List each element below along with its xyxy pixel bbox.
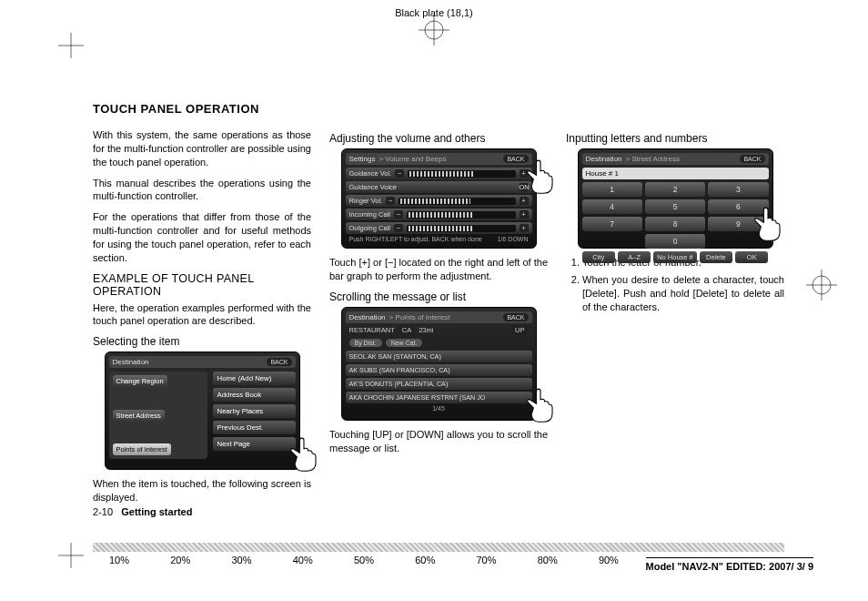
back-button[interactable]: BACK (740, 155, 764, 163)
pager: 1/45 (346, 405, 532, 412)
shot-title: Destination (349, 313, 386, 321)
row-label: Incoming Call (349, 210, 390, 219)
plus-button[interactable]: + (520, 224, 529, 232)
ruler-tick: 50% (354, 555, 374, 565)
list-item[interactable]: AK SUBS (SAN FRANCISCO, CA) (346, 364, 532, 376)
back-button[interactable]: BACK (503, 313, 528, 321)
street-address-button[interactable]: Street Address (113, 410, 165, 422)
ruler-tick: 80% (538, 555, 558, 565)
list-item[interactable]: AK'S DONUTS (PLACENTIA, CA) (346, 378, 532, 390)
minus-button[interactable]: − (394, 224, 403, 232)
shot-title: Destination (113, 358, 149, 366)
input-field[interactable]: House # 1 (582, 168, 769, 179)
paragraph: With this system, the same operations as… (93, 128, 311, 169)
column-1: With this system, the same operations as… (93, 128, 311, 512)
registration-mark (806, 270, 837, 300)
model-edit-footer: Model "NAV2-N" EDITED: 2007/ 3/ 9 (646, 557, 813, 572)
heading-scrolling: Scrolling the message or list (329, 290, 548, 303)
plus-button[interactable]: + (520, 197, 529, 205)
shot-title: Destination (586, 155, 622, 163)
key-8[interactable]: 8 (645, 217, 705, 231)
no-house-button[interactable]: No House # (653, 251, 696, 263)
crop-mark (58, 543, 84, 568)
list-item[interactable]: SEOL AK SAN (STANTON, CA) (346, 351, 532, 362)
heading-adjusting: Adjusting the volume and others (329, 132, 548, 145)
breadcrumb: > Volume and Beeps (378, 155, 446, 163)
paragraph: Touching [UP] or [DOWN] allows you to sc… (329, 428, 548, 455)
minus-button[interactable]: − (386, 197, 395, 205)
instruction-list: Touch the letter or number. When you des… (582, 256, 784, 313)
list-item[interactable]: AKA CHOCHIN JAPANESE RSTRNT (SAN JO (346, 392, 532, 403)
back-button[interactable]: BACK (267, 358, 291, 366)
plus-button[interactable]: + (520, 210, 529, 219)
menu-item[interactable]: Next Page (213, 437, 296, 451)
key-4[interactable]: 4 (582, 199, 642, 214)
pager: 1/6 DOWN (498, 236, 529, 242)
back-button[interactable]: BACK (503, 155, 528, 163)
hint-text: Push RIGHT/LEFT to adjust. BACK when don… (349, 236, 482, 242)
menu-item[interactable]: Previous Dest. (213, 421, 296, 434)
registration-mark (419, 15, 449, 46)
row-label: Guidance Voice (349, 183, 398, 191)
key-7[interactable]: 7 (582, 217, 642, 231)
up-button[interactable]: UP (511, 325, 528, 335)
toggle-on[interactable]: ON (520, 183, 529, 191)
column-2: Adjusting the volume and others Settings… (329, 128, 548, 512)
breadcrumb: > Street Address (626, 155, 680, 163)
paragraph: When the item is touched, the following … (93, 477, 311, 504)
section-title: TOUCH PANEL OPERATION (93, 102, 784, 116)
key-1[interactable]: 1 (582, 182, 642, 197)
minus-button[interactable]: − (394, 210, 403, 219)
key-0[interactable]: 0 (645, 234, 705, 249)
ruler-tick: 30% (231, 555, 251, 565)
screenshot-keypad: Destination > Street Address BACK House … (578, 148, 773, 249)
ruler-tick: 60% (415, 555, 435, 565)
poi-button[interactable]: Points of Interest (113, 443, 171, 455)
screenshot-destination-menu: Destination BACK Change Region Street Ad… (105, 351, 300, 470)
sort-button[interactable]: By Dist. (349, 339, 382, 347)
screenshot-poi-list: Destination > Points of Interest BACK RE… (341, 307, 537, 421)
city-button[interactable]: City (582, 251, 615, 263)
heading-example: EXAMPLE OF TOUCH PANEL OPERATION (93, 272, 311, 298)
key-2[interactable]: 2 (645, 182, 705, 197)
ruler-tick: 70% (476, 555, 496, 565)
paragraph: Here, the operation examples performed w… (93, 301, 311, 329)
paragraph: This manual describes the operations usi… (93, 177, 311, 204)
screenshot-volume-beeps: Settings > Volume and Beeps BACK Guidanc… (341, 148, 537, 249)
page-footer: 2-10 Getting started (93, 506, 192, 517)
menu-item[interactable]: Home (Add New) (213, 372, 296, 385)
row-label: Guidance Vol. (349, 169, 392, 178)
heading-inputting: Inputting letters and numbers (566, 132, 784, 145)
menu-item[interactable]: Address Book (213, 388, 296, 402)
key-3[interactable]: 3 (708, 182, 768, 197)
key-5[interactable]: 5 (645, 199, 705, 214)
column-3: Inputting letters and numbers Destinatio… (566, 128, 784, 512)
minus-button[interactable]: − (395, 169, 404, 178)
field-value: 1 (615, 169, 619, 178)
breadcrumb: > Points of Interest (389, 313, 450, 321)
ruler-tick: 20% (170, 555, 190, 565)
az-button[interactable]: A–Z (618, 251, 651, 263)
distance-label: 23mi (419, 326, 433, 334)
delete-button[interactable]: Delete (700, 251, 732, 263)
row-label: Ringer Vol. (349, 197, 383, 205)
ok-button[interactable]: OK (735, 251, 768, 263)
ruler-tick: 10% (109, 555, 129, 565)
crop-mark (58, 33, 84, 58)
ruler-tick: 40% (293, 555, 313, 565)
plus-button[interactable]: + (520, 169, 529, 178)
page-number: 2-10 (93, 506, 113, 517)
new-cat-button[interactable]: New Cat. (386, 339, 423, 347)
page-body: TOUCH PANEL OPERATION With this system, … (93, 102, 784, 512)
paragraph: For the operations that differ from thos… (93, 210, 311, 264)
shot-title: Settings (349, 155, 376, 163)
field-label: House # (586, 169, 613, 178)
row-label: Outgoing Call (349, 224, 390, 232)
key-6[interactable]: 6 (708, 199, 768, 214)
key-9[interactable]: 9 (708, 217, 768, 231)
change-region-button[interactable]: Change Region (113, 375, 167, 387)
menu-item[interactable]: Nearby Places (213, 404, 296, 418)
ruler-tick: 90% (599, 555, 619, 565)
heading-selecting: Selecting the item (93, 335, 311, 348)
list-item: When you desire to delete a character, t… (582, 273, 784, 314)
